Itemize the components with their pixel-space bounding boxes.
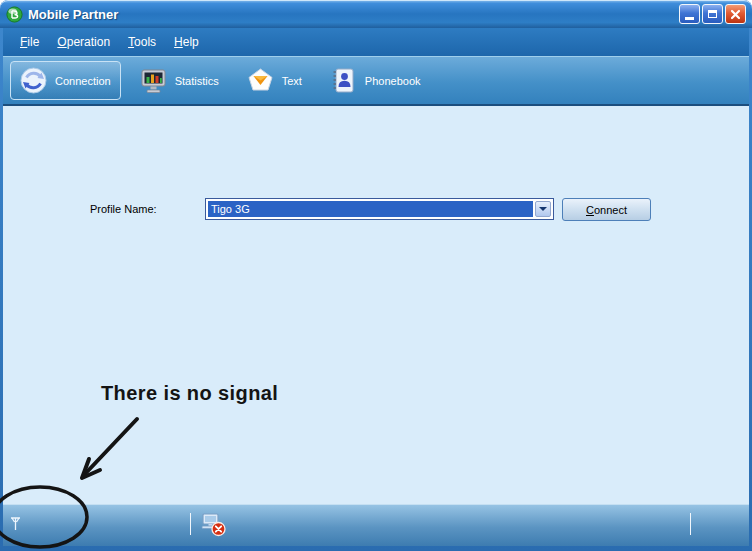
toolbar-text-label: Text xyxy=(282,75,302,87)
connect-button-label: C xyxy=(586,204,594,216)
connect-button[interactable]: Connect xyxy=(562,198,651,221)
toolbar: Connection Statistics xyxy=(3,56,749,106)
window-controls xyxy=(679,4,746,24)
sync-arrows-icon xyxy=(20,67,47,94)
maximize-button[interactable] xyxy=(702,4,723,24)
menu-help-label: H xyxy=(174,35,183,49)
antenna-no-signal-icon xyxy=(9,516,22,532)
toolbar-phonebook-label: Phonebook xyxy=(365,75,421,87)
mobile-partner-window: Mobile Partner File Operation Tools Help xyxy=(0,0,752,551)
profile-name-combobox[interactable]: Tigo 3G xyxy=(205,198,554,220)
toolbar-statistics-label: Statistics xyxy=(175,75,219,87)
main-content: Profile Name: Tigo 3G Connect xyxy=(3,106,749,504)
bar-chart-monitor-icon xyxy=(140,67,167,94)
menubar: File Operation Tools Help xyxy=(3,28,749,56)
profile-name-value: Tigo 3G xyxy=(208,201,533,217)
window-title: Mobile Partner xyxy=(28,7,118,22)
toolbar-statistics-button[interactable]: Statistics xyxy=(131,62,228,99)
profile-name-label: Profile Name: xyxy=(90,203,157,215)
statusbar-separator xyxy=(190,513,191,535)
close-icon xyxy=(730,9,741,20)
menu-help[interactable]: Help xyxy=(165,31,208,53)
toolbar-connection-button[interactable]: Connection xyxy=(10,61,121,100)
menu-operation-label: O xyxy=(57,35,66,49)
toolbar-text-button[interactable]: Text xyxy=(238,62,311,99)
minimize-icon xyxy=(685,17,694,20)
chevron-down-icon xyxy=(539,207,547,211)
titlebar: Mobile Partner xyxy=(0,0,752,28)
menu-operation[interactable]: Operation xyxy=(48,31,119,53)
app-logo-icon xyxy=(6,6,23,23)
maximize-icon xyxy=(708,10,717,18)
contacts-book-icon xyxy=(330,67,357,94)
minimize-button[interactable] xyxy=(679,4,700,24)
statusbar xyxy=(3,504,749,546)
envelope-icon xyxy=(247,67,274,94)
toolbar-connection-label: Connection xyxy=(55,75,111,87)
toolbar-phonebook-button[interactable]: Phonebook xyxy=(321,62,430,99)
menu-file[interactable]: File xyxy=(11,31,48,53)
client-area: File Operation Tools Help Connection xyxy=(3,28,749,546)
close-button[interactable] xyxy=(725,4,746,24)
menu-tools[interactable]: Tools xyxy=(119,31,165,53)
statusbar-separator xyxy=(690,513,691,535)
combobox-dropdown-button[interactable] xyxy=(535,201,551,217)
connection-disconnected-icon xyxy=(199,512,227,538)
